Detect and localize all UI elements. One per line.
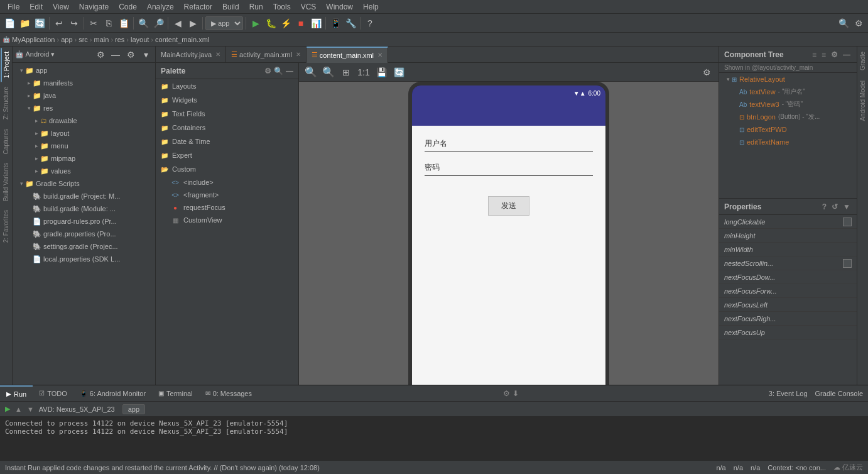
tab-close[interactable]: ✕ bbox=[377, 52, 382, 58]
comp-btnlogon[interactable]: ▸ ⊡ btnLogon (Button) - "发... bbox=[719, 111, 857, 123]
tree-values[interactable]: ▸ 📁 values bbox=[13, 165, 155, 177]
run-down-btn[interactable]: ▼ bbox=[27, 405, 34, 413]
project-settings[interactable]: ⚙ bbox=[124, 48, 138, 62]
breadcrumb-layout[interactable]: layout bbox=[131, 36, 149, 43]
menu-edit[interactable]: Edit bbox=[24, 1, 48, 13]
project-collapse[interactable]: — bbox=[109, 48, 122, 62]
tree-res[interactable]: ▾ 📁 res bbox=[13, 102, 155, 114]
tree-gradle-properties[interactable]: ▸ 🐘 gradle.properties (Pro... bbox=[13, 228, 155, 240]
tree-java[interactable]: ▸ 📁 java bbox=[13, 89, 155, 102]
tree-manifests[interactable]: ▸ 📁 manifests bbox=[13, 77, 155, 89]
run-btn[interactable]: ▶ bbox=[249, 16, 263, 30]
palette-custom[interactable]: 📂 Custom bbox=[156, 162, 298, 176]
palette-customview[interactable]: ▦ CustomView bbox=[156, 214, 298, 226]
tab-activity-main[interactable]: ☰ activity_main.xml ✕ bbox=[226, 47, 307, 63]
prop-help-btn[interactable]: ? bbox=[821, 202, 828, 211]
back-btn[interactable]: ◀ bbox=[171, 16, 185, 30]
palette-text-fields[interactable]: 📁 Text Fields bbox=[156, 107, 298, 121]
find-btn[interactable]: 🔍 bbox=[136, 16, 150, 30]
tab-close[interactable]: ✕ bbox=[215, 51, 220, 58]
breadcrumb-src[interactable]: src bbox=[79, 36, 88, 43]
instant-run-btn[interactable]: ⚡ bbox=[279, 16, 293, 30]
palette-include[interactable]: <> <include> bbox=[156, 176, 298, 189]
tree-layout[interactable]: ▸ 📁 layout bbox=[13, 127, 155, 140]
tree-gradle-scripts[interactable]: ▾ 📁 Gradle Scripts bbox=[13, 177, 155, 190]
sdk-btn[interactable]: 🔧 bbox=[344, 16, 357, 30]
undo-btn[interactable]: ↩ bbox=[52, 16, 66, 30]
breadcrumb-main[interactable]: main bbox=[94, 36, 109, 43]
comp-edittextname[interactable]: ▸ ⊡ editTextName bbox=[719, 136, 857, 148]
palette-containers[interactable]: 📁 Containers bbox=[156, 121, 298, 135]
app-label-btn[interactable]: app bbox=[122, 404, 145, 414]
nestedscrolling-checkbox[interactable] bbox=[843, 259, 852, 268]
menu-file[interactable]: File bbox=[3, 1, 24, 13]
project-panel-icon[interactable]: 1: Project bbox=[1, 48, 11, 82]
tab-content-main[interactable]: ☰ content_main.xml ✕ bbox=[307, 47, 388, 63]
menu-view[interactable]: View bbox=[48, 1, 74, 13]
android-model-icon[interactable]: Android Model bbox=[859, 75, 866, 126]
bottom-tab-todo[interactable]: ☑ TODO bbox=[33, 385, 73, 402]
event-log-tab[interactable]: 3: Event Log bbox=[769, 390, 808, 397]
menu-refactor[interactable]: Refactor bbox=[179, 1, 217, 13]
stop-btn[interactable]: ■ bbox=[294, 16, 308, 30]
tree-local-properties[interactable]: ▸ 📄 local.properties (SDK L... bbox=[13, 253, 155, 265]
structure-panel-icon[interactable]: Z: Structure bbox=[1, 83, 11, 123]
help-btn[interactable]: ? bbox=[363, 16, 377, 30]
palette-datetime[interactable]: 📁 Date & Time bbox=[156, 135, 298, 148]
longclickable-checkbox[interactable] bbox=[843, 218, 852, 226]
comp-textview3[interactable]: ▸ Ab textView3 - "密码" bbox=[719, 98, 857, 111]
palette-layouts[interactable]: 📁 Layouts bbox=[156, 79, 298, 93]
menu-help[interactable]: Help bbox=[358, 1, 384, 13]
copy-btn[interactable]: ⎘ bbox=[102, 16, 116, 30]
save-btn[interactable]: 💾 bbox=[374, 65, 388, 79]
menu-vcs[interactable]: VCS bbox=[296, 1, 322, 13]
project-sync[interactable]: ⚙ bbox=[94, 48, 107, 62]
zoom-in-btn[interactable]: 🔍 bbox=[322, 65, 335, 79]
palette-widgets[interactable]: 📁 Widgets bbox=[156, 93, 298, 107]
tree-settings-gradle[interactable]: ▸ 🐘 settings.gradle (Projec... bbox=[13, 240, 155, 253]
breadcrumb-res[interactable]: res bbox=[115, 36, 124, 43]
palette-collapse-btn[interactable]: — bbox=[286, 67, 293, 75]
prop-reset-btn[interactable]: ↺ bbox=[830, 202, 839, 211]
gradle-console-tab[interactable]: Gradle Console bbox=[815, 390, 863, 397]
tree-menu[interactable]: ▸ 📁 menu bbox=[13, 140, 155, 152]
align-right-btn[interactable]: ≡ bbox=[820, 50, 827, 59]
captures-panel-icon[interactable]: Captures bbox=[1, 125, 11, 158]
menu-analyze[interactable]: Analyze bbox=[142, 1, 179, 13]
paste-btn[interactable]: 📋 bbox=[117, 16, 131, 30]
palette-search-btn[interactable]: 🔍 bbox=[274, 67, 283, 75]
tree-mipmap[interactable]: ▸ 📁 mipmap bbox=[13, 152, 155, 165]
actual-size-btn[interactable]: 1:1 bbox=[357, 65, 371, 79]
build-variants-panel-icon[interactable]: Build Variants bbox=[1, 159, 11, 205]
bottom-tab-run[interactable]: ▶ Run bbox=[0, 385, 33, 402]
bottom-close-btn[interactable]: ⬇ bbox=[513, 389, 519, 398]
comp-textview[interactable]: ▸ Ab textView - "用户名" bbox=[719, 85, 857, 98]
tree-build-gradle-project[interactable]: ▸ 🐘 build.gradle (Project: M... bbox=[13, 190, 155, 202]
forward-btn[interactable]: ▶ bbox=[186, 16, 200, 30]
bottom-tab-terminal[interactable]: ▣ Terminal bbox=[152, 385, 199, 402]
tree-drawable[interactable]: ▸ 🗂 drawable bbox=[13, 114, 155, 127]
cut-btn[interactable]: ✂ bbox=[87, 16, 100, 30]
menu-window[interactable]: Window bbox=[321, 1, 358, 13]
project-gear[interactable]: ▾ bbox=[139, 48, 153, 62]
favorites-panel-icon[interactable]: 2: Favorites bbox=[1, 206, 11, 246]
comp-relativelayout[interactable]: ▾ ⊞ RelativeLayout bbox=[719, 73, 857, 85]
prop-filter-btn[interactable]: ▼ bbox=[842, 202, 852, 211]
close-btn[interactable]: — bbox=[842, 50, 852, 59]
coverage-btn[interactable]: 📊 bbox=[309, 16, 323, 30]
open-btn[interactable]: 📁 bbox=[18, 16, 31, 30]
bottom-settings-btn[interactable]: ⚙ bbox=[503, 389, 510, 398]
new-btn[interactable]: 📄 bbox=[3, 16, 16, 30]
tree-app[interactable]: ▾ 📁 app bbox=[13, 64, 155, 77]
comp-edittextpwd[interactable]: ▸ ⊡ editTextPWD bbox=[719, 123, 857, 136]
run-up-btn[interactable]: ▲ bbox=[15, 405, 22, 413]
menu-run[interactable]: Run bbox=[244, 1, 268, 13]
run-btn-small[interactable]: ▶ bbox=[5, 405, 10, 413]
tab-close[interactable]: ✕ bbox=[296, 51, 301, 58]
settings-btn[interactable]: ⚙ bbox=[830, 50, 839, 59]
search-everywhere-btn[interactable]: 🔍 bbox=[837, 16, 850, 30]
palette-requestfocus[interactable]: ● requestFocus bbox=[156, 201, 298, 214]
avd-btn[interactable]: 📱 bbox=[328, 16, 342, 30]
breadcrumb-module[interactable]: app bbox=[61, 36, 72, 43]
tree-proguard[interactable]: ▸ 📄 proguard-rules.pro (Pr... bbox=[13, 215, 155, 228]
